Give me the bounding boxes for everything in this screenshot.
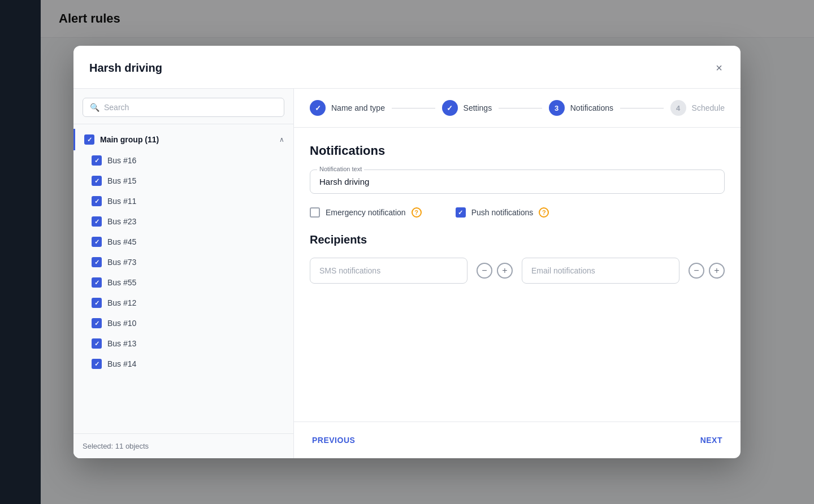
item-checkbox[interactable] <box>92 359 102 369</box>
list-item[interactable]: Bus #45 <box>73 232 293 252</box>
step-settings: ✓ Settings <box>442 100 492 116</box>
item-label: Bus #10 <box>107 319 284 328</box>
step-1-label: Name and type <box>331 103 385 112</box>
list-item[interactable]: Bus #16 <box>73 150 293 171</box>
group-label: Main group (11) <box>100 135 274 144</box>
list-item[interactable]: Bus #55 <box>73 272 293 293</box>
modal-title: Harsh driving <box>89 62 162 75</box>
push-notifications-option[interactable]: Push notifications ? <box>456 207 549 218</box>
group-checkbox[interactable] <box>84 134 94 145</box>
step-4-label: Schedule <box>692 103 725 112</box>
sms-add-button[interactable]: + <box>497 263 513 279</box>
list-item[interactable]: Bus #11 <box>73 191 293 211</box>
modal-overlay: Harsh driving × 🔍 Ma <box>0 0 814 504</box>
notifications-title: Notifications <box>310 144 725 158</box>
modal-header: Harsh driving × <box>73 46 741 89</box>
modal-dialog: Harsh driving × 🔍 Ma <box>73 46 741 458</box>
item-label: Bus #73 <box>107 258 284 267</box>
group-item-main[interactable]: Main group (11) ∧ <box>73 129 293 150</box>
step-3-circle: 3 <box>549 100 565 116</box>
item-label: Bus #45 <box>107 237 284 246</box>
item-label: Bus #16 <box>107 156 284 165</box>
emergency-help-icon[interactable]: ? <box>412 207 422 218</box>
list-item[interactable]: Bus #10 <box>73 313 293 333</box>
push-label: Push notifications <box>471 208 534 217</box>
list-item[interactable]: Bus #73 <box>73 252 293 272</box>
emergency-label: Emergency notification <box>326 208 406 217</box>
step-1-circle: ✓ <box>310 100 326 116</box>
item-label: Bus #11 <box>107 197 284 206</box>
step-notifications: 3 Notifications <box>549 100 613 116</box>
email-remove-button[interactable]: − <box>689 263 704 279</box>
search-input[interactable] <box>104 103 277 112</box>
list-item[interactable]: Bus #15 <box>73 171 293 191</box>
search-icon: 🔍 <box>90 103 99 112</box>
recipients-row: SMS notifications − + Email notification… <box>310 258 725 284</box>
notification-text-value[interactable]: Harsh driving <box>319 177 715 186</box>
item-checkbox[interactable] <box>92 237 102 247</box>
sms-controls: − + <box>477 263 513 279</box>
close-button[interactable]: × <box>713 59 725 77</box>
step-3-label: Notifications <box>570 103 613 112</box>
step-schedule: 4 Schedule <box>670 100 725 116</box>
item-label: Bus #55 <box>107 278 284 287</box>
list-item[interactable]: Bus #14 <box>73 354 293 374</box>
push-checkbox[interactable] <box>456 207 466 218</box>
right-panel: ✓ Name and type ✓ Settings 3 Notificatio… <box>294 89 741 458</box>
push-help-icon[interactable]: ? <box>539 207 549 218</box>
search-input-wrap: 🔍 <box>83 98 284 117</box>
email-add-button[interactable]: + <box>709 263 725 279</box>
modal-body: 🔍 Main group (11) ∧ Bus #16 <box>73 89 741 458</box>
sms-remove-button[interactable]: − <box>477 263 492 279</box>
email-notifications-field[interactable]: Email notifications <box>522 258 679 284</box>
list-item[interactable]: Bus #12 <box>73 293 293 313</box>
search-box: 🔍 <box>73 89 293 124</box>
item-checkbox[interactable] <box>92 298 102 308</box>
step-2-label: Settings <box>464 103 492 112</box>
item-label: Bus #23 <box>107 217 284 226</box>
item-label: Bus #15 <box>107 176 284 185</box>
item-checkbox[interactable] <box>92 176 102 186</box>
item-checkbox[interactable] <box>92 155 102 166</box>
item-checkbox[interactable] <box>92 277 102 288</box>
email-controls: − + <box>689 263 725 279</box>
selection-count: Selected: 11 objects <box>73 433 293 458</box>
list-item[interactable]: Bus #23 <box>73 211 293 232</box>
list-item[interactable]: Bus #13 <box>73 333 293 354</box>
left-panel: 🔍 Main group (11) ∧ Bus #16 <box>73 89 294 458</box>
item-checkbox[interactable] <box>92 338 102 349</box>
next-button[interactable]: NEXT <box>698 431 725 449</box>
chevron-up-icon: ∧ <box>279 136 284 144</box>
notification-text-label: Notification text <box>317 166 364 172</box>
item-checkbox[interactable] <box>92 216 102 227</box>
item-label: Bus #12 <box>107 298 284 307</box>
step-4-circle: 4 <box>670 100 686 116</box>
step-connector-3 <box>620 108 664 108</box>
sms-notifications-field[interactable]: SMS notifications <box>310 258 467 284</box>
item-checkbox[interactable] <box>92 257 102 267</box>
right-content: Notifications Notification text Harsh dr… <box>294 128 741 422</box>
step-name-and-type: ✓ Name and type <box>310 100 385 116</box>
item-checkbox[interactable] <box>92 318 102 328</box>
recipients-title: Recipients <box>310 233 725 246</box>
notification-text-field: Notification text Harsh driving <box>310 170 725 194</box>
stepper: ✓ Name and type ✓ Settings 3 Notificatio… <box>294 89 741 128</box>
emergency-notification-option[interactable]: Emergency notification ? <box>310 207 422 218</box>
options-row: Emergency notification ? Push notificati… <box>310 207 725 218</box>
emergency-checkbox[interactable] <box>310 207 320 218</box>
step-connector-2 <box>499 108 542 108</box>
item-label: Bus #13 <box>107 339 284 348</box>
modal-footer: PREVIOUS NEXT <box>294 422 741 458</box>
previous-button[interactable]: PREVIOUS <box>310 431 357 449</box>
item-checkbox[interactable] <box>92 196 102 206</box>
item-label: Bus #14 <box>107 359 284 368</box>
tree-list: Main group (11) ∧ Bus #16 Bus #15 B <box>73 124 293 433</box>
step-2-circle: ✓ <box>442 100 458 116</box>
step-connector-1 <box>392 108 435 108</box>
